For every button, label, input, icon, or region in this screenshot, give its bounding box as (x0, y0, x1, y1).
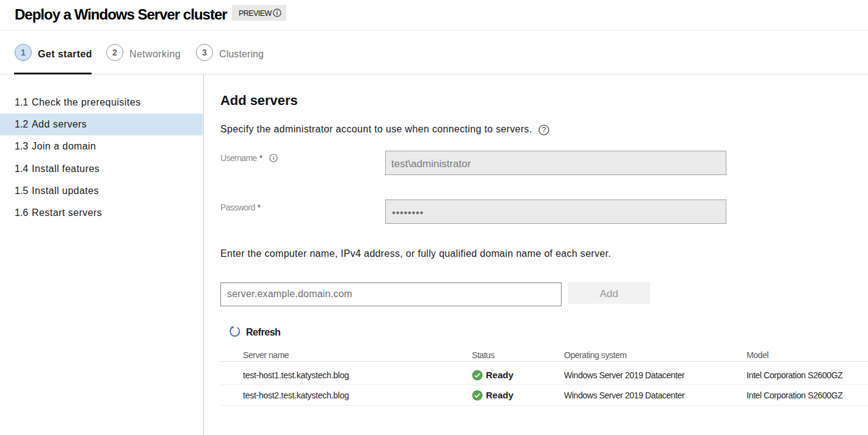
svg-text:?: ? (542, 126, 546, 134)
